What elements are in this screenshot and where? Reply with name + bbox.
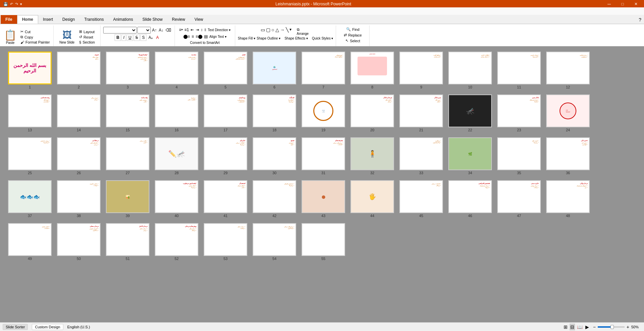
rect-shape[interactable]: ▭ [260,27,265,36]
slide-item[interactable]: • مناطق آلوده• آمار بیماران 9 [399,52,443,89]
design-tab[interactable]: Design [58,15,79,24]
slide-item[interactable]: روماتیسم • پروماستیگوت• آماستیگوت 17 [204,94,247,132]
underline-button[interactable]: U [127,34,133,41]
zoom-slider[interactable] [598,326,625,328]
decrease-indent-button[interactable]: ⇤ [190,27,195,33]
find-button[interactable]: 🔍 Find [345,27,361,32]
slide-item[interactable]: مقدمه • مقدمه بیماری• تاریخچه 4 [155,52,198,89]
arrange-button[interactable]: ⧉ Arrange [295,27,311,36]
slide-item[interactable]: • اطلاعات آماری• داده‌های بیماری 10 [448,52,492,89]
slide-item[interactable]: • روش تشخیص• آزمایش‌ها 25 [8,137,52,175]
more-shapes[interactable]: ▾ [289,27,292,36]
slide-item[interactable]: ریخت‌شناسی • انواع انگل• طبقه‌بندی 13 [8,94,52,132]
slideshow-view-icon[interactable]: ▶ [585,324,590,330]
slide-item[interactable]: عاری مبنی • درمان پوستی• مراقبت 47 [497,180,541,218]
normal-view-icon[interactable]: ⊞ [563,324,568,330]
triangle-shape[interactable]: △ [275,27,279,36]
section-button[interactable]: § Section [78,40,96,45]
slide-item[interactable]: • روش‌های درمانی• نتیجه‌گیری 54 [253,223,296,261]
redo-icon[interactable]: ↷ [14,1,19,7]
slide-item[interactable]: 🐟🐟🐟37 [8,180,52,218]
review-tab[interactable]: Review [167,15,190,24]
copy-button[interactable]: ⧉ Copy [19,35,51,40]
slide-item[interactable]: • اقدامات درمانی• پروتکل 45 [399,180,443,218]
slide-item[interactable]: اشنگت • اشنگت‌ها• ویژگی‌ها 18 [253,94,296,132]
slide-item[interactable]: درمان کامل • درمان محلی• روش 51 [106,223,149,261]
numbering-button[interactable]: ≡1 [184,27,190,33]
slide-item[interactable]: • تشخیص افتراقی• روش‌ها 42 [253,180,296,218]
slide-item[interactable]: فصل • اپیدمیولوژی• انتشار جغرافیایی 5 [204,52,247,89]
increase-font-button[interactable]: A↑ [151,27,157,33]
slide-item[interactable]: 🧍32 [350,137,394,175]
slide-item[interactable]: استعمال • انتقال خشک• بیابان 41 [204,180,247,218]
slide-item[interactable]: • نشانه‌ها• تظاهرات بالینی 16 [155,94,198,132]
slide-item[interactable]: • توزیع جهانی• مناطق آندمیک 7 [302,52,345,89]
slide-item[interactable]: 🦟22 [448,94,492,132]
slide-item[interactable]: • کنترل ناقل• روش‌ها 35 [497,137,541,175]
slide-item[interactable]: تکال سیر • نتایج آزمایشگاه• یافته‌ها 23 [497,94,541,132]
zoom-in-button[interactable]: + [626,324,630,330]
view-tab[interactable]: View [190,15,208,24]
shape-effects-button[interactable]: Shape Effects ▾ [284,37,308,40]
line-spacing-button[interactable]: ↕ [200,27,203,33]
undo-icon[interactable]: ↶ [9,1,14,7]
slide-item[interactable]: • ریخت‌شناسی• مرفولوژی 12 [546,52,590,89]
slide-item[interactable]: وفه بد‌امه • وضعیت بالینی• علائم 15 [106,94,149,132]
slide-item[interactable]: حلبی‌ای • اطلاعات درمانی• روش‌ها 29 [204,137,247,175]
oval-shape[interactable]: ○ [271,27,274,36]
arrow-shape[interactable]: → [280,27,285,36]
slide-item[interactable]: چرخهحیات19 [302,94,345,132]
slide-item[interactable]: 🌍لیشمانیوز6 [253,52,296,89]
reading-view-icon[interactable]: 📖 [576,324,583,330]
justify-button[interactable]: ▤ [203,34,208,40]
custom-design-button[interactable]: Custom Design [32,324,63,330]
layout-button[interactable]: ⊞ Layout [78,29,96,34]
font-family-select[interactable] [103,27,137,34]
minimize-button[interactable]: ─ [602,0,616,8]
align-center-button[interactable]: ≡ [191,34,195,40]
slide-item[interactable]: تجمع • جمع‌بندی• نتایج 30 [253,137,296,175]
slide-item[interactable]: بسم الله الرحمن الرحيم1 [8,52,52,89]
rtl-button[interactable]: Align Text ▾ [209,34,227,39]
slide-item[interactable]: • جزئیات اپیدمی• گزارش‌ها 11 [497,52,541,89]
slide-item[interactable]: 🖐44 [350,180,394,218]
strikethrough-button[interactable]: S̶ [134,34,140,41]
spacing-button[interactable]: Aₐ [147,35,154,41]
columns-button[interactable]: ⫴ [204,27,207,33]
slide-item[interactable]: درمان محلی • آموزش عمومی• پیشگیری 50 [57,223,101,261]
increase-indent-button[interactable]: ⇥ [195,27,200,33]
bullets-button[interactable]: ≡• [178,27,183,33]
slide-item[interactable]: مضیقه‌های • روش‌های درمانی• اقدامات 31 [302,137,345,175]
select-button[interactable]: ↖ Select [344,38,362,43]
paste-button[interactable]: 📋 Paste [2,28,18,45]
maximize-button[interactable]: □ [616,0,629,8]
slide-item[interactable]: ● ●لیشمانیا24 [546,94,590,132]
replace-button[interactable]: ⇄ Replace [342,32,363,38]
slide-item[interactable]: 🌿34 [448,137,492,175]
font-color-button[interactable]: A [155,35,160,41]
smartart-button[interactable]: Convert to SmartArt [189,40,220,45]
insert-tab[interactable]: Insert [38,15,58,24]
text-direction-button[interactable]: Text Direction ▾ [207,27,231,32]
slide-item[interactable]: 55 [302,223,345,261]
bold-button[interactable]: B [115,34,121,41]
align-right-button[interactable]: ≡⬤ [195,34,203,40]
slide-item[interactable]: ✏️🦟28 [155,137,198,175]
slide-item[interactable]: • علائم درمانی• کنترل 27 [106,137,149,175]
slide-item[interactable]: درمان والی • داروهای سیستمیک• دوز 48 [546,180,590,218]
clear-format-button[interactable]: ⌫ [165,27,172,33]
reset-button[interactable]: ↺ Reset [78,35,96,40]
slide-item[interactable]: تشخیص افتراضی • درمان سیستمیک• داروها 46 [448,180,492,218]
shape-outline-button[interactable]: Shape Outline ▾ [257,37,280,40]
slide-item[interactable]: • چرخه زندگی• مراحل 14 [57,94,101,132]
slide-item[interactable]: 🏜️39 [106,180,149,218]
shape-fill-button[interactable]: Shape Fill ▾ [238,37,255,40]
slide-item[interactable]: لیشمانیوزها • تعریف لیشمانیوز• انواع بیم… [106,52,149,89]
new-slide-button[interactable]: 🖼 New Slide [57,29,76,45]
slide-item[interactable]: چرخان تکال • تکامل تکال• مراحل 20 [350,94,394,132]
slide-item[interactable]: روش‌های درمانی • درمان والی• پروتکل 52 [155,223,198,261]
slide-item[interactable]: نقشه ایران8 [350,52,394,89]
slideshow-tab[interactable]: Slide Show [138,15,167,24]
transitions-tab[interactable]: Transitions [79,15,108,24]
zoom-out-button[interactable]: − [592,324,596,330]
